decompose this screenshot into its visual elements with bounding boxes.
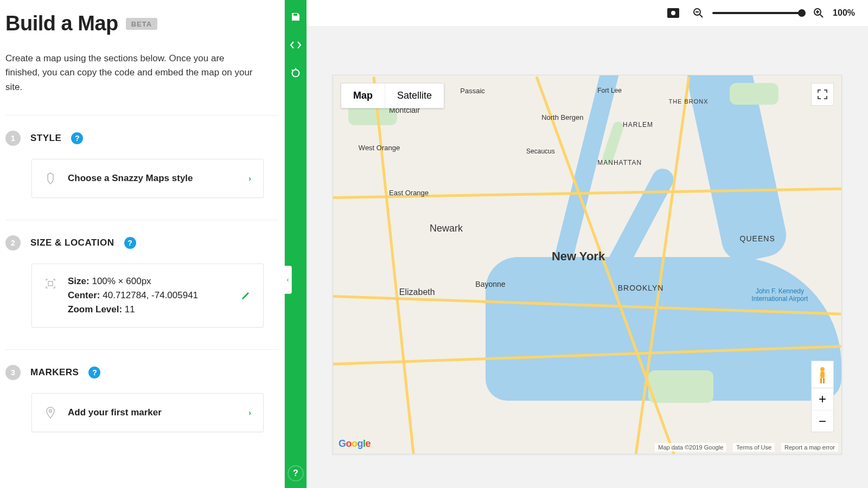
main-panel: 100% [307, 0, 868, 488]
sidebar: Build a Map BETA Create a map using the … [0, 0, 285, 488]
svg-point-1 [49, 410, 52, 413]
style-icon [44, 172, 57, 184]
map-report[interactable]: Report a map error [781, 443, 838, 452]
map-bg: New York Newark BROOKLYN QUEENS MANHATTA… [333, 75, 841, 454]
svg-rect-8 [820, 371, 825, 378]
map-label-newark: Newark [430, 223, 463, 234]
size-location-card[interactable]: Size: 100% × 600px Center: 40.712784, -7… [31, 264, 264, 328]
map-label-elizabeth: Elizabeth [399, 287, 435, 297]
map-label-manhattan: MANHATTAN [597, 159, 642, 166]
map-label-brooklyn: BROOKLYN [618, 284, 664, 292]
svg-rect-10 [823, 378, 825, 383]
section-markers: 3 MARKERS ? Add your first marker › [5, 349, 279, 454]
map-label-passaic: Passaic [460, 87, 485, 95]
edit-icon[interactable] [240, 290, 251, 301]
help-icon[interactable]: ? [71, 132, 83, 144]
google-logo: Google [339, 438, 371, 450]
tool-rail: ? [285, 0, 307, 488]
chevron-right-icon: › [248, 408, 251, 417]
map-label-northbergen: North Bergen [541, 113, 583, 121]
beta-badge: BETA [126, 18, 157, 30]
map-label-jfk: John F. Kennedy International Airport [750, 287, 809, 303]
svg-point-7 [820, 367, 825, 371]
map-label-queens: QUEENS [740, 234, 775, 243]
map-zoom-out[interactable]: − [812, 410, 833, 432]
map-label-secaucus: Secaucus [526, 147, 555, 155]
size-label: Size: [68, 276, 90, 286]
code-button[interactable] [289, 38, 303, 52]
help-icon[interactable]: ? [124, 237, 136, 249]
add-marker-label: Add your first marker [68, 407, 248, 418]
section-title-markers: MARKERS [30, 367, 79, 378]
zoom-out-icon[interactable] [691, 5, 706, 21]
center-value: 40.712784, -74.005941 [103, 290, 198, 300]
map-label-eastorange: East Orange [389, 189, 429, 197]
step-circle-2: 2 [5, 235, 21, 251]
size-info-body: Size: 100% × 600px Center: 40.712784, -7… [68, 276, 198, 315]
map-terms[interactable]: Terms of Use [733, 443, 775, 452]
add-marker-card[interactable]: Add your first marker › [31, 393, 264, 432]
help-icon[interactable]: ? [88, 367, 100, 378]
section-title-style: STYLE [30, 133, 61, 144]
pegman-button[interactable] [811, 361, 834, 390]
target-icon [44, 278, 57, 289]
map-credits: Map data ©2019 Google [655, 443, 726, 452]
fullscreen-button[interactable] [811, 83, 834, 106]
svg-rect-0 [48, 281, 53, 286]
map-footer: Map data ©2019 Google Terms of Use Repor… [655, 443, 838, 452]
svg-rect-9 [820, 378, 822, 383]
map-label-fortlee: Fort Lee [597, 87, 622, 94]
reset-button[interactable] [289, 66, 303, 80]
map-label-bayonne: Bayonne [475, 280, 505, 288]
svg-point-4 [671, 11, 675, 15]
step-circle-3: 3 [5, 365, 21, 380]
size-value: 100% × 600px [92, 276, 151, 286]
zoom-percent-label: 100% [833, 8, 855, 18]
screenshot-button[interactable] [666, 5, 681, 21]
page-title: Build a Map [5, 12, 118, 35]
zoom-slider[interactable] [712, 12, 805, 14]
section-size: 2 SIZE & LOCATION ? Size: 100% × 600px C… [5, 220, 279, 349]
page-intro: Create a map using the sections below. O… [5, 52, 255, 94]
chevron-right-icon: › [248, 174, 251, 183]
save-button[interactable] [289, 10, 303, 24]
map-type-toggle: Map Satellite [341, 83, 444, 108]
section-title-size: SIZE & LOCATION [30, 237, 114, 248]
map-label-westorange: West Orange [359, 144, 400, 152]
map-type-map[interactable]: Map [341, 84, 385, 108]
choose-style-label: Choose a Snazzy Maps style [68, 173, 248, 184]
map-canvas[interactable]: New York Newark BROOKLYN QUEENS MANHATTA… [333, 75, 842, 454]
map-label-newyork: New York [552, 249, 605, 264]
section-style: 1 STYLE ? Choose a Snazzy Maps style › [5, 115, 279, 220]
rail-help-button[interactable]: ? [288, 465, 304, 481]
map-type-satellite[interactable]: Satellite [385, 84, 444, 108]
map-stage: New York Newark BROOKLYN QUEENS MANHATTA… [307, 26, 868, 488]
choose-style-card[interactable]: Choose a Snazzy Maps style › [31, 159, 264, 198]
center-label: Center: [68, 290, 100, 300]
map-zoom-in[interactable]: + [812, 388, 833, 410]
zoom-in-icon[interactable] [811, 5, 826, 21]
page-title-row: Build a Map BETA [5, 12, 279, 35]
zoom-controls: 100% [691, 5, 855, 21]
map-label-bronx: THE BRONX [668, 98, 708, 105]
zoom-label: Zoom Level: [68, 304, 122, 314]
zoom-slider-handle[interactable] [798, 9, 806, 17]
collapse-sidebar-button[interactable]: ‹ [284, 266, 292, 294]
step-circle-1: 1 [5, 131, 21, 146]
map-zoom-control: + − [811, 388, 834, 432]
zoom-value: 11 [125, 304, 135, 314]
marker-icon [44, 407, 57, 419]
map-label-harlem: HARLEM [623, 121, 653, 129]
topbar: 100% [307, 0, 868, 26]
